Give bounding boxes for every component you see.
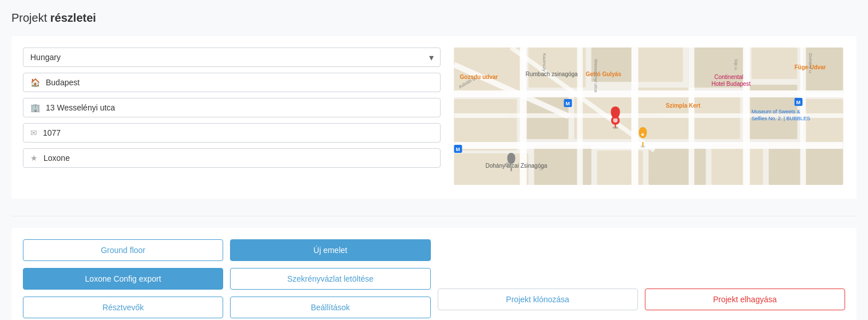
svg-rect-25	[577, 48, 583, 185]
svg-text:Selfies No. 2. | BUBBLES: Selfies No. 2. | BUBBLES	[752, 116, 810, 121]
page-title: Projekt részletei	[11, 11, 857, 25]
address-input[interactable]	[46, 103, 433, 112]
top-section: HungaryAustriaGermanyRomaniaSlovakia 🏠 🏢…	[11, 36, 857, 199]
svg-text:Continental: Continental	[715, 74, 744, 80]
svg-rect-26	[632, 48, 639, 185]
city-field: 🏠	[23, 73, 441, 92]
svg-text:Gettó Gulyás: Gettó Gulyás	[586, 71, 622, 77]
svg-text:Museum of Sweets &: Museum of Sweets &	[752, 109, 800, 114]
svg-rect-27	[689, 48, 695, 185]
home-icon: 🏠	[30, 78, 40, 87]
brand-input[interactable]	[43, 153, 433, 163]
button-grid: Ground floor Loxone Config export Résztv…	[23, 239, 845, 318]
svg-text:Hotel Budapest: Hotel Budapest	[712, 81, 751, 87]
divider	[11, 216, 857, 216]
svg-rect-14	[803, 99, 843, 145]
svg-point-56	[613, 118, 618, 123]
svg-rect-15	[454, 153, 529, 185]
zip-input[interactable]	[43, 128, 433, 137]
address-field: 🏢	[23, 98, 441, 117]
ground-floor-button[interactable]: Ground floor	[23, 239, 223, 261]
projekt-klonozasa-button[interactable]: Projekt klónozása	[438, 289, 638, 310]
bottom-section: Ground floor Loxone Config export Résztv…	[11, 228, 857, 320]
svg-rect-59	[643, 142, 644, 147]
svg-rect-28	[743, 48, 750, 185]
country-select-wrapper[interactable]: HungaryAustriaGermanyRomaniaSlovakia	[23, 48, 441, 67]
map-svg: Gozsdu udvar Rumbach zsinagóga Gettó Gul…	[452, 48, 845, 185]
szekrenyvazlat-button[interactable]: Szekrényvázlat letöltése	[230, 268, 430, 290]
svg-text:★: ★	[640, 132, 645, 137]
beallitasok-button[interactable]: Beállítások	[230, 297, 430, 318]
column-1: Ground floor Loxone Config export Résztv…	[23, 239, 223, 318]
uj-emelet-button[interactable]: Új emelet	[230, 239, 430, 261]
column-2: Új emelet Szekrényvázlat letöltése Beáll…	[230, 239, 430, 318]
svg-rect-19	[712, 145, 763, 185]
svg-rect-61	[511, 168, 512, 171]
svg-text:Rumbach zsinagóga: Rumbach zsinagóga	[526, 71, 578, 77]
svg-text:M: M	[456, 147, 461, 152]
envelope-icon: ✉	[30, 128, 37, 137]
svg-text:Síp u.: Síp u.	[734, 59, 739, 71]
svg-text:M: M	[566, 101, 570, 106]
svg-rect-9	[752, 48, 798, 79]
brand-field: ★	[23, 148, 441, 168]
resztvevok-button[interactable]: Résztvevők	[23, 297, 223, 318]
star-icon: ★	[30, 153, 38, 163]
projekt-elhagyasa-button[interactable]: Projekt elhagyása	[645, 289, 845, 310]
svg-rect-7	[637, 48, 683, 82]
svg-text:Kazinczy u.: Kazinczy u.	[542, 53, 547, 77]
svg-rect-57	[615, 123, 616, 128]
svg-text:Szimpla Kert: Szimpla Kert	[666, 102, 701, 109]
column-4: Projekt elhagyása	[645, 239, 845, 310]
map-section: Gozsdu udvar Rumbach zsinagóga Gettó Gul…	[452, 48, 845, 187]
form-section: HungaryAustriaGermanyRomaniaSlovakia 🏠 🏢…	[23, 48, 441, 187]
country-select[interactable]: HungaryAustriaGermanyRomaniaSlovakia	[23, 48, 441, 67]
svg-text:Wesselényi utca: Wesselényi utca	[593, 59, 599, 93]
svg-text:Dohány u.: Dohány u.	[808, 53, 813, 74]
zip-field: ✉	[23, 123, 441, 143]
svg-rect-18	[649, 148, 706, 185]
svg-text:Gozsdu udvar: Gozsdu udvar	[460, 74, 498, 80]
svg-text:☆: ☆	[538, 165, 544, 172]
svg-text:M: M	[796, 100, 801, 105]
city-input[interactable]	[46, 78, 433, 87]
loxone-export-button[interactable]: Loxone Config export	[23, 268, 223, 290]
building-icon: 🏢	[30, 103, 40, 112]
column-3: Projekt klónozása	[438, 239, 638, 310]
